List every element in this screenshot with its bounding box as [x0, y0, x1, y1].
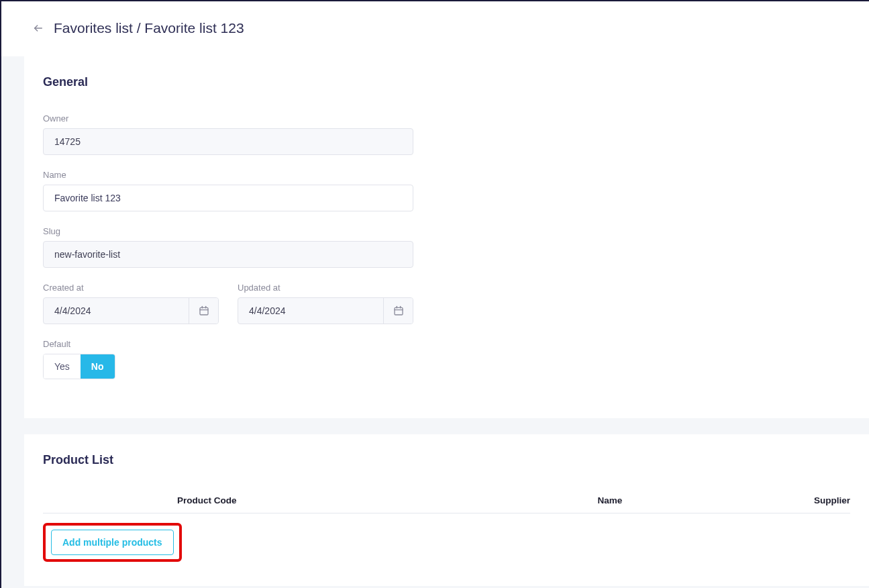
- default-yes-button[interactable]: Yes: [44, 354, 81, 379]
- product-list-title: Product List: [43, 453, 850, 467]
- product-table-header: Product Code Name Supplier: [43, 495, 850, 513]
- name-input[interactable]: [43, 185, 413, 211]
- updated-at-field: [238, 297, 413, 324]
- name-group: Name: [43, 170, 850, 211]
- svg-rect-1: [200, 307, 208, 315]
- column-product-code: Product Code: [177, 495, 237, 505]
- owner-input[interactable]: [43, 128, 413, 155]
- default-toggle: Yes No: [43, 354, 115, 379]
- back-arrow-icon[interactable]: [32, 22, 44, 34]
- calendar-icon[interactable]: [189, 298, 218, 324]
- product-list-section: Product List Product Code Name Supplier …: [24, 434, 869, 586]
- created-at-label: Created at: [43, 283, 219, 293]
- svg-rect-5: [395, 307, 403, 315]
- page-header: Favorites list / Favorite list 123: [1, 1, 869, 56]
- column-supplier: Supplier: [814, 495, 850, 505]
- general-title: General: [43, 75, 850, 89]
- highlight-annotation: Add multiple products: [43, 523, 182, 562]
- updated-at-input[interactable]: [238, 298, 383, 324]
- created-at-field: [43, 297, 219, 324]
- dates-row: Created at Updated at: [43, 283, 850, 324]
- slug-group: Slug: [43, 226, 850, 268]
- column-name: Name: [598, 495, 623, 505]
- updated-at-group: Updated at: [238, 283, 413, 324]
- owner-group: Owner: [43, 113, 850, 155]
- calendar-icon[interactable]: [383, 298, 413, 324]
- owner-label: Owner: [43, 113, 850, 124]
- add-multiple-products-button[interactable]: Add multiple products: [51, 530, 174, 555]
- default-no-button[interactable]: No: [81, 354, 115, 379]
- default-label: Default: [43, 339, 850, 349]
- slug-input[interactable]: [43, 241, 413, 268]
- default-group: Default Yes No: [43, 339, 850, 379]
- general-section: General Owner Name Slug Created at: [24, 56, 869, 418]
- updated-at-label: Updated at: [238, 283, 413, 293]
- slug-label: Slug: [43, 226, 850, 236]
- breadcrumb: Favorites list / Favorite list 123: [54, 20, 244, 36]
- name-label: Name: [43, 170, 850, 180]
- created-at-input[interactable]: [44, 298, 189, 324]
- created-at-group: Created at: [43, 283, 219, 324]
